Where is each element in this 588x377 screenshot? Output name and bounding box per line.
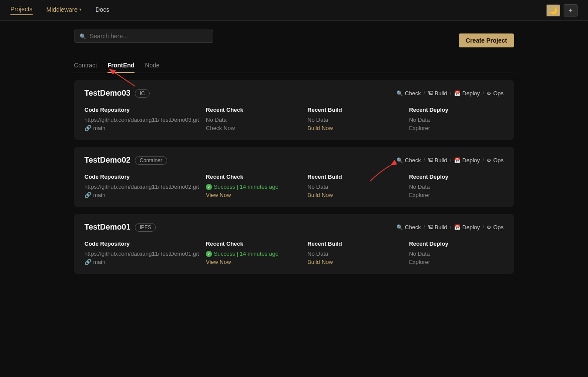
recent-build-section: Recent Build No Data Build Now — [307, 173, 402, 198]
section-label: Code Repository — [84, 240, 199, 247]
recent-deploy-section: Recent Deploy No Data Explorer — [409, 240, 504, 265]
project-card-testdemo03: TestDemo03 IC 🔍 Check / 🏗 Build — [74, 80, 514, 140]
repo-branch[interactable]: 🔗 main — [84, 125, 199, 131]
build-action[interactable]: 🏗 Build — [428, 90, 447, 97]
deploy-icon: 📅 — [454, 224, 460, 230]
section-label: Recent Build — [307, 107, 402, 113]
ops-action[interactable]: ⚙ Ops — [487, 90, 504, 97]
card-header: TestDemo02 Container 🔍 Check / 🏗 Build — [84, 156, 504, 165]
card-grid: Code Repository https://github.com/daixi… — [84, 240, 504, 265]
build-action[interactable]: 🏗 Build — [428, 157, 447, 163]
deploy-action[interactable]: 📅 Deploy — [454, 224, 480, 230]
separator: / — [423, 157, 425, 163]
check-icon: 🔍 — [396, 157, 403, 163]
repo-branch[interactable]: 🔗 main — [84, 192, 199, 198]
build-now-button[interactable]: Build Now — [307, 125, 402, 131]
moon-theme-button[interactable]: 🌙 — [546, 4, 560, 17]
build-icon: 🏗 — [428, 224, 433, 230]
ops-action[interactable]: ⚙ Ops — [487, 224, 504, 230]
check-action[interactable]: 🔍 Check — [396, 90, 421, 97]
check-action[interactable]: 🔍 Check — [396, 157, 421, 163]
search-bar[interactable] — [74, 30, 213, 43]
deploy-status: No Data — [409, 250, 504, 257]
code-repo-section: Code Repository https://github.com/daixi… — [84, 240, 199, 265]
card-title-area: TestDemo03 IC — [84, 89, 150, 98]
project-tag: IC — [135, 89, 150, 98]
separator: / — [483, 224, 484, 230]
separator: / — [423, 90, 425, 97]
separator: / — [450, 224, 451, 230]
project-tag: Container — [135, 156, 167, 165]
deploy-action[interactable]: 📅 Deploy — [454, 157, 480, 163]
repo-url: https://github.com/daixiang11/TestDemo01… — [84, 250, 199, 257]
link-icon: 🔗 — [84, 125, 91, 131]
explorer-button[interactable]: Explorer — [409, 259, 504, 265]
view-now-button[interactable]: View Now — [206, 259, 300, 265]
nav-middleware[interactable]: Middleware ▾ — [47, 6, 82, 15]
ops-icon: ⚙ — [487, 90, 491, 97]
build-status: No Data — [307, 183, 402, 190]
explorer-button[interactable]: Explorer — [409, 192, 504, 198]
build-status: No Data — [307, 250, 402, 257]
repo-url: https://github.com/daixiang11/TestDemo03… — [84, 117, 199, 123]
recent-check-section: Recent Check Success | 14 minutes ago Vi… — [206, 240, 300, 265]
project-title: TestDemo03 — [84, 89, 131, 98]
project-tag: IPFS — [135, 223, 156, 232]
ops-action[interactable]: ⚙ Ops — [487, 157, 504, 163]
check-action[interactable]: 🔍 Check — [396, 224, 421, 230]
separator: / — [483, 157, 484, 163]
card-title-area: TestDemo01 IPFS — [84, 223, 156, 232]
main-content: Create Project Contract FrontEnd Node — [0, 21, 588, 283]
tab-frontend[interactable]: FrontEnd — [108, 58, 134, 73]
card-actions: 🔍 Check / 🏗 Build / 📅 Deploy — [396, 157, 504, 163]
navigation: Projects Middleware ▾ Docs 🌙 ✦ — [0, 0, 588, 21]
view-now-button[interactable]: View Now — [206, 192, 300, 198]
check-status-success: Success | 14 minutes ago — [206, 183, 300, 190]
tab-node[interactable]: Node — [145, 58, 159, 73]
build-now-button[interactable]: Build Now — [307, 259, 402, 265]
recent-deploy-section: Recent Deploy No Data Explorer — [409, 107, 504, 131]
ops-icon: ⚙ — [487, 157, 491, 163]
search-input[interactable] — [90, 33, 208, 40]
card-grid: Code Repository https://github.com/daixi… — [84, 173, 504, 198]
nav-projects[interactable]: Projects — [10, 6, 33, 15]
section-label: Code Repository — [84, 173, 199, 180]
deploy-icon: 📅 — [454, 90, 460, 97]
section-label: Recent Check — [206, 107, 300, 113]
recent-build-section: Recent Build No Data Build Now — [307, 240, 402, 265]
card-header: TestDemo01 IPFS 🔍 Check / 🏗 Build — [84, 223, 504, 232]
tab-contract[interactable]: Contract — [74, 58, 97, 73]
theme-switcher: 🌙 ✦ — [546, 4, 578, 17]
explorer-button[interactable]: Explorer — [409, 125, 504, 131]
build-now-button[interactable]: Build Now — [307, 192, 402, 198]
section-label: Recent Build — [307, 173, 402, 180]
ops-icon: ⚙ — [487, 224, 491, 230]
nav-docs[interactable]: Docs — [95, 6, 109, 15]
repo-branch[interactable]: 🔗 main — [84, 259, 199, 265]
nav-items: Projects Middleware ▾ Docs — [10, 6, 546, 15]
link-icon: 🔗 — [84, 192, 91, 198]
sun-theme-button[interactable]: ✦ — [564, 4, 578, 17]
project-title: TestDemo02 — [84, 156, 131, 165]
build-status: No Data — [307, 117, 402, 123]
link-icon: 🔗 — [84, 259, 91, 265]
top-row: Create Project — [74, 30, 514, 51]
project-card-testdemo01: TestDemo01 IPFS 🔍 Check / 🏗 Build — [74, 214, 514, 274]
create-project-button[interactable]: Create Project — [459, 33, 514, 47]
recent-deploy-section: Recent Deploy No Data Explorer — [409, 173, 504, 198]
deploy-icon: 📅 — [454, 157, 460, 163]
separator: / — [483, 90, 484, 97]
code-repo-section: Code Repository https://github.com/daixi… — [84, 173, 199, 198]
card-grid: Code Repository https://github.com/daixi… — [84, 107, 504, 131]
section-label: Recent Deploy — [409, 107, 504, 113]
check-status-success: Success | 14 minutes ago — [206, 250, 300, 257]
success-icon — [206, 184, 212, 190]
card-title-area: TestDemo02 Container — [84, 156, 167, 165]
build-action[interactable]: 🏗 Build — [428, 224, 447, 230]
repo-url: https://github.com/daixiang11/TestDemo02… — [84, 183, 199, 190]
search-icon — [80, 33, 86, 40]
check-icon: 🔍 — [396, 90, 403, 97]
build-icon: 🏗 — [428, 90, 433, 97]
check-now-button[interactable]: Check Now — [206, 125, 300, 131]
deploy-action[interactable]: 📅 Deploy — [454, 90, 480, 97]
